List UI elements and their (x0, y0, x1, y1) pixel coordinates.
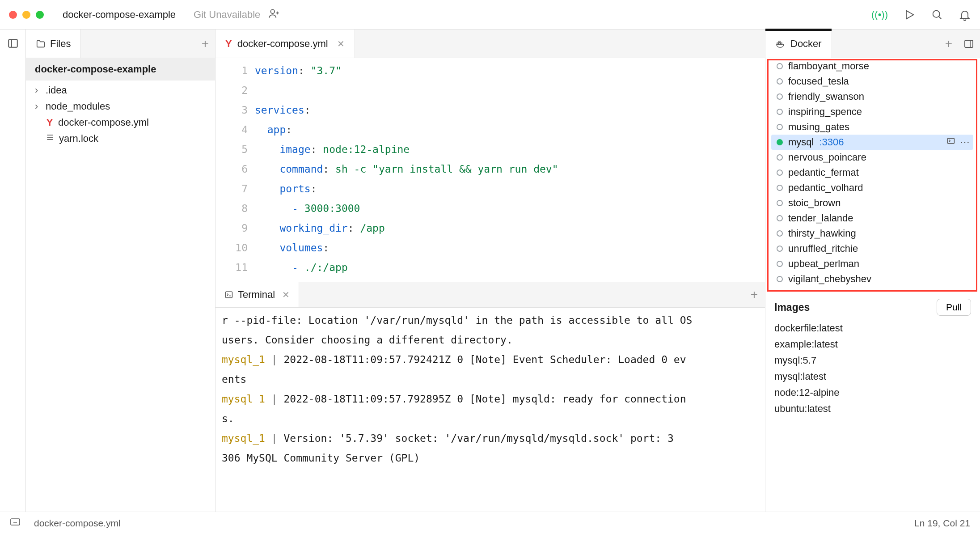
terminal-tab-row: Terminal ✕ + (215, 282, 765, 308)
container-row[interactable]: upbeat_perlman (769, 256, 976, 271)
new-terminal-button[interactable]: + (751, 288, 758, 302)
container-name: tender_lalande (788, 212, 853, 224)
docker-icon (775, 38, 786, 49)
yaml-icon: Y (225, 38, 232, 50)
maximize-window-button[interactable] (36, 11, 44, 19)
keymap-icon[interactable] (10, 517, 21, 529)
project-tree-header[interactable]: docker-compose-example (26, 58, 215, 81)
container-name: focused_tesla (788, 76, 849, 87)
images-heading: Images (774, 301, 810, 314)
status-dot-icon (777, 261, 783, 267)
tree-item[interactable]: Ydocker-compose.yml (26, 114, 215, 131)
container-port: :3306 (819, 136, 844, 148)
container-row[interactable]: mysql :3306⋯ (771, 135, 973, 150)
svg-line-6 (939, 16, 942, 19)
project-name[interactable]: docker-compose-example (56, 7, 182, 22)
container-name: inspiring_spence (788, 106, 862, 118)
container-row[interactable]: nervous_poincare (769, 150, 976, 165)
svg-rect-20 (948, 138, 955, 144)
container-row[interactable]: focused_tesla (769, 74, 976, 89)
svg-marker-4 (906, 10, 913, 19)
container-more-button[interactable]: ⋯ (960, 136, 970, 148)
broadcast-icon[interactable]: ((•)) (871, 9, 888, 21)
image-row[interactable]: mysql:5.7 (774, 352, 971, 369)
minimize-window-button[interactable] (22, 11, 30, 19)
status-dot-icon (777, 154, 783, 161)
status-dot-icon (777, 246, 783, 252)
container-row[interactable]: inspiring_spence (769, 104, 976, 119)
file-tree: ›.idea›node_modulesYdocker-compose.ymlya… (26, 81, 215, 148)
image-row[interactable]: example:latest (774, 336, 971, 352)
chevron-right-icon: › (35, 101, 41, 112)
docker-tab[interactable]: Docker (765, 30, 832, 58)
tree-item-label: .idea (46, 85, 67, 96)
pull-image-button[interactable]: Pull (937, 299, 971, 316)
status-dot-icon (777, 124, 783, 130)
svg-point-3 (271, 9, 275, 13)
tree-item[interactable]: yarn.lock (26, 131, 215, 147)
container-row[interactable]: thirsty_hawking (769, 226, 976, 241)
container-row[interactable]: musing_gates (769, 119, 976, 135)
search-button[interactable] (931, 8, 943, 21)
container-row[interactable]: pedantic_fermat (769, 165, 976, 180)
leftbar-toggle[interactable] (0, 30, 26, 512)
run-button[interactable] (903, 8, 916, 21)
container-name: pedantic_volhard (788, 182, 863, 194)
container-row[interactable]: stoic_brown (769, 195, 976, 211)
docker-tab-label: Docker (790, 38, 822, 50)
container-row[interactable]: pedantic_volhard (769, 180, 976, 195)
container-row[interactable]: unruffled_ritchie (769, 241, 976, 256)
cursor-position[interactable]: Ln 19, Col 21 (914, 518, 970, 529)
image-row[interactable]: dockerfile:latest (774, 320, 971, 336)
editor-tab-row: Y docker-compose.yml ✕ (215, 30, 765, 58)
terminal-tab[interactable]: Terminal ✕ (215, 282, 299, 307)
code-editor[interactable]: 1234567891011 version: "3.7" services: a… (215, 58, 765, 282)
add-collaborator-button[interactable] (268, 8, 280, 22)
container-row[interactable]: vigilant_chebyshev (769, 271, 976, 287)
containers-list: flamboyant_morsefocused_teslafriendly_sw… (767, 59, 977, 292)
docker-layout-button[interactable] (957, 30, 980, 58)
svg-rect-17 (779, 41, 780, 42)
titlebar: docker-compose-example Git Unavailable (… (0, 0, 980, 30)
status-dot-icon (777, 215, 783, 221)
svg-rect-18 (965, 40, 973, 47)
add-docker-connection-button[interactable]: + (945, 37, 952, 51)
tree-item-label: node_modules (46, 101, 110, 112)
terminal-tab-label: Terminal (238, 289, 275, 301)
terminal-icon (224, 290, 233, 299)
new-file-button[interactable]: + (202, 37, 209, 51)
status-dot-icon (777, 139, 783, 145)
container-row[interactable]: tender_lalande (769, 211, 976, 226)
container-name: thirsty_hawking (788, 228, 856, 239)
status-dot-icon (777, 78, 783, 85)
close-window-button[interactable] (9, 11, 17, 19)
container-name: unruffled_ritchie (788, 243, 858, 254)
terminal-output[interactable]: r --pid-file: Location '/var/run/mysqld'… (215, 308, 765, 512)
code-body[interactable]: version: "3.7" services: app: image: nod… (255, 61, 765, 282)
tree-item-label: docker-compose.yml (58, 117, 149, 128)
image-row[interactable]: node:12-alpine (774, 385, 971, 401)
container-row[interactable]: flamboyant_morse (769, 60, 976, 74)
container-terminal-button[interactable] (946, 136, 955, 148)
chevron-right-icon: › (35, 85, 41, 96)
image-row[interactable]: ubuntu:latest (774, 401, 971, 417)
files-tab[interactable]: Files (26, 30, 81, 58)
container-name: nervous_poincare (788, 152, 866, 163)
close-terminal-button[interactable]: ✕ (282, 289, 290, 300)
status-dot-icon (777, 109, 783, 115)
git-status[interactable]: Git Unavailable (190, 9, 260, 21)
container-name: musing_gates (788, 121, 849, 133)
status-file[interactable]: docker-compose.yml (34, 518, 121, 529)
tree-item[interactable]: ›.idea (26, 82, 215, 98)
tree-item[interactable]: ›node_modules (26, 98, 215, 114)
notifications-button[interactable] (959, 8, 971, 21)
svg-rect-7 (8, 39, 17, 47)
container-row[interactable]: friendly_swanson (769, 89, 976, 104)
container-name: friendly_swanson (788, 91, 864, 102)
close-tab-button[interactable]: ✕ (337, 38, 345, 49)
editor-tab-label: docker-compose.yml (237, 38, 328, 50)
editor-tab[interactable]: Y docker-compose.yml ✕ (215, 30, 355, 58)
image-row[interactable]: mysql:latest (774, 369, 971, 385)
svg-rect-21 (11, 519, 20, 525)
status-dot-icon (777, 230, 783, 237)
